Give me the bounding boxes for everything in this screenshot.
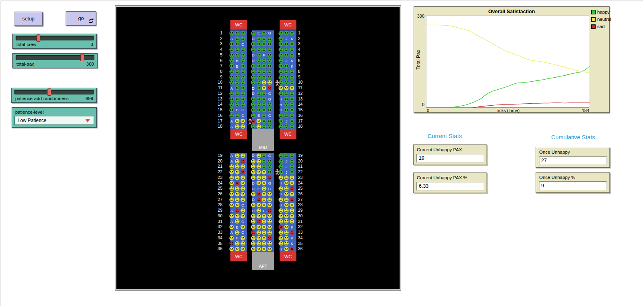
seat-empty-letter: H: [278, 202, 284, 208]
happy-face-icon: [267, 69, 272, 74]
happy-face-icon: [262, 58, 266, 63]
plot-lines: [426, 16, 590, 108]
seat-occupied: [250, 164, 256, 169]
sad-face-icon: [267, 86, 272, 90]
neutral-face-icon: [262, 214, 266, 219]
seat-occupied: [289, 197, 295, 203]
patience-level-chooser[interactable]: patience-level Low Patience: [12, 107, 97, 128]
row-number-right: 24: [298, 181, 307, 186]
happy-face-icon: [267, 159, 272, 164]
seat-row-30: 3030: [211, 213, 307, 219]
sad-face-icon: [267, 208, 272, 213]
happy-face-icon: [278, 69, 283, 74]
seat-occupied: [234, 80, 240, 85]
seat-occupied: [250, 47, 256, 52]
seat-occupied: [284, 52, 289, 58]
happy-face-icon: [262, 31, 266, 36]
total-pax-slider-track[interactable]: [16, 55, 94, 60]
patience-add-randomness-slider[interactable]: patience-add-randomness 699: [11, 88, 97, 103]
seat-occupied: [229, 41, 234, 47]
neutral-face-icon: [235, 203, 240, 207]
sad-face-icon: [290, 186, 294, 191]
patience-level-chooser-box[interactable]: Low Patience: [14, 116, 94, 125]
seat-occupied: [240, 197, 246, 203]
patience-add-randomness-slider-handle[interactable]: [47, 88, 51, 96]
once-unhappy-pct-monitor: Once Unhappy % 9: [536, 172, 610, 193]
seat-occupied: [234, 47, 240, 52]
seat-occupied: [289, 30, 295, 36]
neutral-face-icon: [240, 186, 245, 191]
happy-face-icon: [235, 86, 240, 90]
row-number-right: 10: [298, 80, 307, 85]
seat-empty-letter: D: [250, 181, 256, 186]
total-crew-slider[interactable]: total-crew 3: [12, 34, 97, 49]
seat-occupied: [256, 235, 262, 241]
seat-occupied: [289, 52, 295, 58]
happy-face-icon: [262, 153, 266, 158]
happy-face-icon: [229, 80, 234, 85]
seat-occupied: [278, 197, 284, 203]
neutral-face-icon: [240, 181, 245, 185]
seat-occupied: [262, 80, 267, 85]
happy-face-icon: [278, 47, 283, 52]
row-number-right: 23: [298, 175, 307, 181]
seat-occupied: [250, 63, 256, 69]
total-crew-slider-label: total-crew: [16, 42, 36, 47]
neutral-face-icon: [235, 241, 240, 246]
total-pax-slider[interactable]: total-pax 300: [12, 53, 98, 68]
seat-occupied: [229, 91, 234, 96]
happy-face-icon: [256, 102, 261, 107]
sad-face-icon: [256, 192, 261, 197]
seat-occupied: [267, 175, 272, 181]
total-crew-slider-handle[interactable]: [36, 34, 40, 42]
neutral-face-icon: [262, 175, 266, 180]
seat-occupied: [267, 246, 272, 252]
standing-person-icon: [248, 118, 252, 124]
neutral-face-icon: [240, 118, 245, 123]
patience-add-randomness-slider-track[interactable]: [14, 90, 94, 94]
happy-face-icon: [262, 42, 266, 46]
seat-row-6: 6BDJK6: [211, 58, 307, 64]
seat-occupied: [240, 63, 246, 69]
mid-galley: MID: [252, 129, 274, 151]
seat-occupied: [229, 235, 234, 241]
row-number-right: 9: [298, 74, 307, 80]
wc-lavatory: WC: [230, 129, 247, 139]
seat-empty-letter: F: [262, 52, 267, 58]
seat-row-8: 88: [211, 69, 307, 74]
row-number-left: 13: [211, 96, 222, 102]
seat-occupied: [289, 47, 295, 52]
seat-row-12: 12DG12: [211, 91, 307, 96]
total-pax-slider-handle[interactable]: [80, 54, 84, 61]
seat-occupied: [229, 224, 234, 230]
row-number-right: 18: [298, 124, 307, 129]
seat-empty-letter: K: [289, 36, 295, 42]
monitor-value: 19: [416, 154, 484, 163]
seat-occupied: [262, 124, 267, 129]
row-number-left: 36: [211, 246, 222, 252]
seat-occupied: [250, 96, 256, 102]
seat-occupied: [284, 246, 289, 252]
neutral-face-icon: [235, 230, 240, 235]
row-number-right: 19: [298, 153, 307, 159]
neutral-face-icon: [262, 203, 266, 207]
row-number-right: 14: [298, 102, 307, 107]
neutral-face-icon: [262, 219, 266, 224]
total-crew-slider-track[interactable]: [16, 36, 94, 40]
seat-occupied: [267, 52, 272, 58]
happy-face-icon: [290, 47, 294, 52]
neutral-face-icon: [251, 175, 256, 180]
happy-face-icon: [262, 118, 266, 123]
seat-occupied: [256, 52, 262, 58]
neutral-face-icon: [229, 247, 234, 251]
setup-button[interactable]: setup: [14, 12, 43, 26]
go-button[interactable]: go: [66, 11, 96, 26]
seat-occupied: [240, 186, 246, 191]
neutral-face-icon: [278, 175, 283, 180]
neutral-face-icon: [262, 170, 266, 175]
sad-face-icon: [256, 219, 261, 224]
seat-occupied: [240, 118, 246, 124]
neutral-face-icon: [251, 203, 256, 207]
seat-occupied: [240, 124, 246, 129]
seat-occupied: [240, 181, 246, 186]
